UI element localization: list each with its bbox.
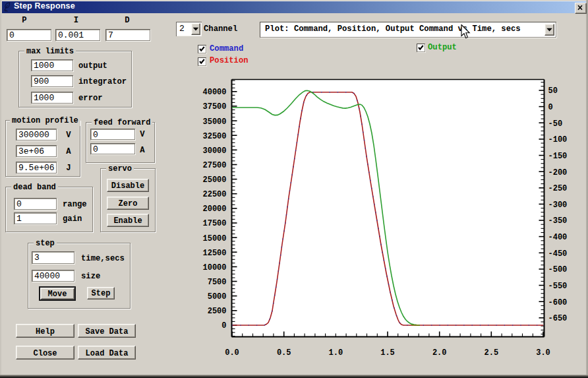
- svg-text:25000: 25000: [202, 175, 226, 185]
- svg-text:15000: 15000: [202, 234, 226, 243]
- svg-text:32500: 32500: [202, 132, 226, 141]
- svg-text:-500: -500: [548, 265, 568, 274]
- svg-text:1.0: 1.0: [328, 348, 343, 358]
- svg-text:17500: 17500: [202, 219, 226, 228]
- svg-text:50: 50: [548, 86, 558, 96]
- svg-text:0: 0: [221, 321, 226, 331]
- svg-text:-200: -200: [548, 168, 568, 177]
- svg-text:-50: -50: [548, 119, 563, 129]
- svg-text:7500: 7500: [208, 278, 227, 287]
- svg-text:-250: -250: [548, 184, 568, 193]
- svg-text:22500: 22500: [202, 190, 226, 199]
- svg-text:2.0: 2.0: [432, 348, 447, 358]
- svg-text:-300: -300: [548, 201, 568, 210]
- svg-text:1.5: 1.5: [380, 348, 395, 358]
- svg-text:0.5: 0.5: [277, 348, 291, 358]
- svg-text:30000: 30000: [202, 146, 226, 156]
- svg-text:-550: -550: [548, 282, 568, 291]
- svg-text:37500: 37500: [202, 102, 226, 111]
- svg-text:-600: -600: [548, 298, 568, 307]
- svg-text:3.0: 3.0: [536, 348, 550, 358]
- svg-text:27500: 27500: [202, 161, 226, 170]
- svg-text:5000: 5000: [208, 292, 227, 301]
- svg-text:20000: 20000: [202, 205, 226, 214]
- svg-text:35000: 35000: [202, 117, 226, 127]
- svg-text:-400: -400: [548, 233, 568, 242]
- svg-text:-100: -100: [548, 135, 568, 144]
- svg-text:10000: 10000: [202, 263, 226, 272]
- svg-text:-150: -150: [548, 152, 568, 161]
- svg-text:0.0: 0.0: [225, 348, 239, 358]
- svg-text:-450: -450: [548, 249, 568, 259]
- svg-text:-350: -350: [548, 216, 568, 226]
- svg-text:40000: 40000: [202, 88, 226, 97]
- svg-text:2.5: 2.5: [484, 348, 498, 358]
- svg-text:2500: 2500: [208, 307, 227, 316]
- svg-text:0: 0: [548, 103, 553, 112]
- svg-text:12500: 12500: [202, 249, 226, 258]
- svg-text:-650: -650: [548, 314, 568, 323]
